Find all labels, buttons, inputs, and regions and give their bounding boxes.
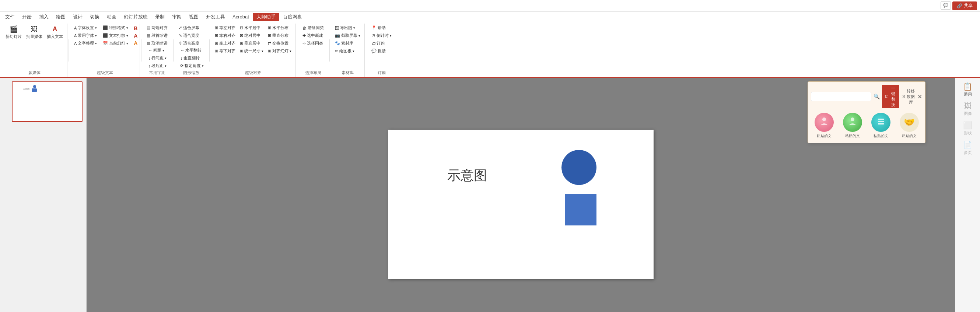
menu-record[interactable]: 录制 — [151, 13, 169, 21]
ribbon-btn-align-slide[interactable]: ⊞对齐幻灯▾ — [266, 48, 293, 54]
ribbon-group-scale: ⤢ 适合屏幕 ⤡ 适合宽度 ⇳ 适合高度 ↔ 水平翻转 ↕ — [175, 24, 208, 77]
ribbon-btn-draw-board[interactable]: ✏绘图板▾ — [333, 48, 362, 54]
menu-start[interactable]: 开始 — [18, 13, 35, 21]
ribbon-btn-fit-height[interactable]: ⇳ 适合高度 — [177, 40, 201, 47]
ribbon-btn-spacing[interactable]: ↔ 间距▾ — [146, 47, 169, 54]
ribbon-btn-align-vcenter[interactable]: ⊞垂直居中 — [238, 40, 265, 47]
svg-rect-3 — [878, 121, 884, 122]
fp-replace-label: 一键替换 — [890, 86, 896, 108]
ribbon-btn-common-font[interactable]: A 常用字体▾ — [72, 32, 99, 39]
sidebar-item-multipage[interactable]: 📄 多页 — [957, 139, 979, 157]
ribbon-btn-countdown[interactable]: ⏱倒计时▾ — [369, 32, 393, 39]
fp-close-btn[interactable]: ✕ — [917, 93, 922, 100]
ribbon-btn-fit-screen[interactable]: ⤢ 适合屏幕 — [177, 24, 201, 31]
ribbon-btn-screenshot[interactable]: 📷截取屏幕▾ — [333, 32, 362, 39]
ribbon-btn-unindent[interactable]: ▤ 取消缩进 — [145, 40, 169, 47]
menu-baidu[interactable]: 百度网盘 — [279, 13, 306, 21]
line-spacing-icon: ↕ — [148, 56, 150, 60]
ribbon-btn-align-right[interactable]: ⊞靠右对齐 — [213, 32, 237, 39]
menu-review[interactable]: 审阅 — [169, 13, 185, 21]
ribbon-group-spacing: ▤ 两端对齐 ▤ 段首缩进 ▤ 取消缩进 ↔ 间距▾ ↕ — [143, 24, 172, 77]
ribbon-btn-align-hcenter[interactable]: ⊟水平居中 — [238, 24, 265, 31]
orange-a-btn[interactable]: A — [134, 40, 137, 46]
paste-item-4[interactable]: 🤝 粘贴的文 — [896, 111, 922, 140]
menu-view[interactable]: 视图 — [185, 13, 202, 21]
menu-insert[interactable]: 插入 — [35, 13, 52, 21]
paste-item-2[interactable]: 粘贴的文 — [839, 111, 865, 140]
ribbon-btn-swap-pos[interactable]: ⇄交换位置 — [266, 40, 293, 47]
menu-animation[interactable]: 动画 — [103, 13, 120, 21]
sidebar-label-general: 通用 — [964, 92, 972, 97]
ribbon-btn-new-slide[interactable]: 🎬 新幻灯片 — [4, 24, 24, 40]
chat-button[interactable]: 💬 — [940, 2, 951, 10]
ribbon-btn-insert-text[interactable]: A 插入文本 — [45, 24, 65, 40]
ribbon-btn-absolute-center[interactable]: ⊠绝对居中 — [238, 32, 265, 39]
ribbon-btn-asset-lib[interactable]: 🐾素材库 — [333, 40, 362, 47]
floating-panel: 🔍 ☑ 一键替换 ☑ 转移数据库 ✕ — [808, 81, 926, 143]
ribbon-btn-purchase[interactable]: 🏷订购 — [369, 40, 393, 47]
ribbon-btn-angle[interactable]: ⟳ 指定角度▾ — [178, 62, 205, 69]
sidebar-item-image[interactable]: 🖼 图像 — [957, 100, 979, 118]
ribbon-group-align: ⊞靠左对齐 ⊟水平居中 ⊞水平分布 ⊞靠右对齐 ⊠绝对居中 ⊞垂直分布 ⊞靠上对… — [211, 24, 296, 77]
ribbon-btn-v-distribute[interactable]: ⊞垂直分布 — [266, 32, 293, 39]
v-flip-icon: ↕ — [180, 56, 182, 60]
menu-design[interactable]: 设计 — [69, 13, 86, 21]
menu-draw[interactable]: 绘图 — [52, 13, 69, 21]
text-scatter-icon: ⬛ — [103, 33, 108, 38]
ribbon-btn-current-slide[interactable]: 📅 当前幻灯▾ — [101, 40, 130, 47]
ribbon-btn-export-img[interactable]: 🖼导出图▾ — [333, 24, 362, 31]
feedback-icon: 💬 — [371, 49, 377, 53]
menu-slideshow[interactable]: 幻灯片放映 — [120, 13, 151, 21]
ribbon-btn-v-flip[interactable]: ↕ 垂直翻转 — [178, 54, 205, 62]
sidebar-item-shape[interactable]: ⬜ 形状 — [957, 119, 979, 137]
ribbon-btn-unified-size[interactable]: ⊞统一尺寸▾ — [238, 48, 265, 54]
ribbon-btn-h-flip[interactable]: ↔ 水平翻转 — [178, 47, 205, 54]
sep4 — [209, 40, 210, 62]
ribbon-btn-select-new[interactable]: ✚选中新建 — [301, 32, 326, 39]
menu-switch[interactable]: 切换 — [86, 13, 103, 21]
ribbon-btn-help[interactable]: 📍帮助 — [369, 24, 393, 31]
ribbon-btn-para-spacing[interactable]: ↕ 段后距▾ — [146, 62, 169, 69]
insert-text-icon: A — [52, 25, 57, 33]
bold-btn[interactable]: B — [134, 25, 137, 31]
menu-devtools[interactable]: 开发工具 — [202, 13, 229, 21]
menu-dazhiassist[interactable]: 大师助手 — [253, 13, 279, 21]
ribbon-btn-feedback[interactable]: 💬反馈 — [369, 48, 393, 54]
sidebar-item-general[interactable]: 📋 通用 — [957, 81, 979, 99]
slide-canvas[interactable]: 示意图 — [388, 130, 654, 279]
fp-replace-btn[interactable]: ☑ 一键替换 — [882, 85, 899, 108]
slide-thumbnail[interactable]: 示意图 — [12, 81, 83, 122]
ribbon-btn-clear-same[interactable]: 🗑清除同类 — [301, 24, 326, 31]
menu-acrobat[interactable]: Acrobat — [229, 13, 253, 20]
ribbon-btn-line-spacing[interactable]: ↕ 行间距▾ — [146, 54, 169, 62]
ribbon-group-label-media: 多媒体 — [4, 69, 65, 76]
ribbon-btn-batch-media[interactable]: 🖼 批量媒体 — [24, 24, 44, 40]
ribbon-btn-special-format[interactable]: ⬛ 特殊格式▾ — [101, 24, 130, 31]
ribbon-btn-text-arrange[interactable]: A 文字整理▾ — [72, 40, 99, 47]
paste-item-label-3: 粘贴的文 — [873, 133, 888, 138]
ribbon-btn-fit-width[interactable]: ⤡ 适合宽度 — [177, 32, 201, 39]
menu-file[interactable]: 文件 — [2, 13, 18, 21]
ribbon-btn-justify[interactable]: ▤ 两端对齐 — [145, 24, 169, 31]
multipage-icon: 📄 — [963, 140, 972, 149]
ribbon-btn-h-distribute[interactable]: ⊞水平分布 — [266, 24, 293, 31]
canvas-demo-text: 示意图 — [447, 167, 487, 185]
paste-item-1[interactable]: 粘贴的文 — [811, 111, 837, 140]
ribbon-btn-font-setting[interactable]: A 字体设置▾ — [72, 24, 99, 31]
fp-search-icon[interactable]: 🔍 — [873, 94, 880, 99]
canvas-circle — [562, 150, 597, 185]
sep6 — [329, 40, 330, 62]
ribbon-btn-indent[interactable]: ▤ 段首缩进 — [145, 32, 169, 39]
ribbon-btn-align-left[interactable]: ⊞靠左对齐 — [213, 24, 237, 31]
red-a-btn[interactable]: A — [134, 33, 137, 39]
share-label: 共享 — [964, 3, 973, 9]
fp-search-input[interactable] — [811, 92, 871, 101]
share-button[interactable]: 🔗 共享 — [952, 2, 977, 10]
ribbon-btn-select-same[interactable]: ⊹选择同类 — [301, 40, 326, 47]
paste-item-3[interactable]: 粘贴的文 — [868, 111, 894, 140]
fp-transfer-btn[interactable]: ☑ 转移数据库 — [902, 88, 915, 105]
ribbon: 🎬 新幻灯片 🖼 批量媒体 A 插入文本 多媒体 A — [0, 22, 980, 78]
ribbon-btn-align-bottom[interactable]: ⊞靠下对齐 — [213, 48, 237, 54]
ribbon-btn-align-top[interactable]: ⊞靠上对齐 — [213, 40, 237, 47]
ribbon-btn-text-scatter[interactable]: ⬛ 文本打散▾ — [101, 32, 130, 39]
